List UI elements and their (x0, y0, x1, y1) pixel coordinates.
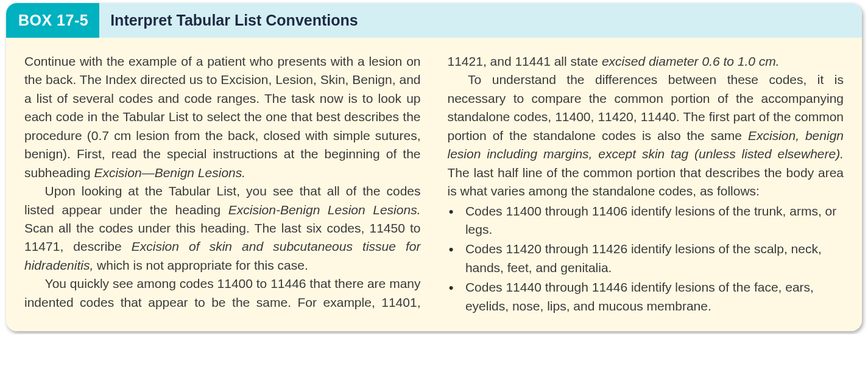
text-run: Continue with the example of a patient w… (24, 54, 421, 180)
italic-run: Excision-Benign Lesion Lesions. (228, 203, 421, 217)
paragraph-4: To understand the differences between th… (448, 71, 844, 200)
paragraph-2: Upon looking at the Tabular List, you se… (24, 182, 421, 275)
italic-run: excised diameter 0.6 to 1.0 cm. (602, 54, 780, 68)
text-run: The last half line of the common portion… (448, 166, 844, 198)
list-item: Codes 11440 through 11446 identify lesio… (448, 278, 844, 315)
box-title: Interpret Tabular List Conventions (99, 3, 369, 38)
list-item: Codes 11420 through 11426 identify lesio… (448, 240, 844, 277)
italic-run: Excision—Benign Lesions. (94, 166, 245, 180)
box-body: Continue with the example of a patient w… (6, 38, 862, 331)
box-header: BOX 17-5 Interpret Tabular List Conventi… (6, 3, 862, 38)
box-number: BOX 17-5 (6, 3, 99, 38)
list-item: Codes 11400 through 11406 identify lesio… (448, 202, 844, 239)
bullet-list: Codes 11400 through 11406 identify lesio… (448, 202, 844, 316)
info-box: BOX 17-5 Interpret Tabular List Conventi… (6, 3, 862, 331)
paragraph-1: Continue with the example of a patient w… (24, 52, 421, 182)
text-run: which is not appropriate for this case. (93, 258, 308, 272)
